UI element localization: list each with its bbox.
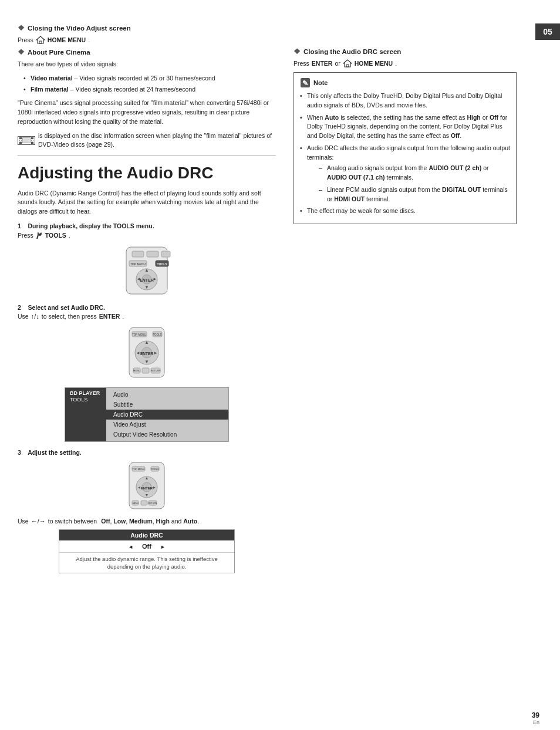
- film-icon-note: is displayed on the disc information scr…: [18, 131, 276, 150]
- bd-menu-item-subtitle: Subtitle: [106, 400, 228, 410]
- pure-cinema-body: "Pure Cinema" uses signal processing sui…: [18, 99, 276, 126]
- bd-player-menu: BD PLAYER TOOLS Audio Subtitle Audio DRC…: [65, 387, 229, 442]
- drc-box-description: Adjust the audio dynamic range. This set…: [59, 553, 234, 573]
- diamond-icon-3: ❖: [294, 47, 301, 56]
- home-icon: [36, 36, 45, 44]
- bd-menu-item-outputvideo: Output Video Resolution: [106, 430, 228, 440]
- video-signals-list: Video material – Video signals recorded …: [23, 74, 276, 94]
- divider: [18, 156, 276, 156]
- svg-text:TOP MENU: TOP MENU: [132, 333, 146, 336]
- remote-image-1-container: TOP MENU TOOLS ENTER ▲ ▼ ◄ ►: [18, 244, 276, 297]
- drc-arrow-left[interactable]: [128, 543, 133, 550]
- bd-menu-item-videoadjust: Video Adjust: [106, 420, 228, 430]
- closing-video-section: ❖ Closing the Video Adjust screen Press …: [18, 23, 276, 44]
- svg-text:◄: ◄: [137, 485, 141, 489]
- bd-menu-right-panel: Audio Subtitle Audio DRC Video Adjust Ou…: [106, 388, 228, 441]
- remote-image-3-container: TOP MENU TOOLS ENTER ▲ ▼ ◄ ► MENU: [18, 461, 276, 511]
- about-pure-cinema-section: ❖ About Pure Cinema There are two types …: [18, 48, 276, 150]
- note-sub-item-2: Linear PCM audio signals output from the…: [319, 185, 510, 204]
- svg-text:ENTER: ENTER: [140, 352, 153, 356]
- step-1: 1 During playback, display the TOOLS men…: [18, 222, 276, 297]
- bd-menu-item-audiodrc: Audio DRC: [106, 410, 228, 420]
- note-item-4: The effect may be weak for some discs.: [300, 207, 510, 216]
- closing-video-instruction: Press HOME MENU .: [18, 36, 276, 44]
- svg-text:✎: ✎: [302, 79, 308, 87]
- svg-text:▲: ▲: [144, 340, 149, 345]
- home-icon-2: [343, 59, 352, 67]
- svg-text:TOP MENU: TOP MENU: [133, 468, 145, 471]
- svg-text:ENTER: ENTER: [140, 278, 154, 282]
- svg-text:RETURN: RETURN: [151, 369, 161, 372]
- svg-rect-48: [141, 501, 147, 505]
- note-sub-list: Analog audio signals output from the AUD…: [319, 164, 510, 204]
- main-title: Adjusting the Audio DRC: [18, 163, 276, 183]
- drc-arrow-right[interactable]: [160, 543, 166, 550]
- step-2-desc: Use ↑/↓ to select, then press ENTER .: [18, 313, 276, 320]
- note-title: ✎ Note: [300, 77, 510, 88]
- remote-image-2-container: TOP MENU TOOLS ENTER ▲ ▼ ◄ ► MENU: [18, 325, 276, 380]
- svg-text:TOOLS: TOOLS: [157, 262, 167, 266]
- note-item-3: Audio DRC affects the audio signals outp…: [300, 144, 510, 204]
- step-1-label: 1 During playback, display the TOOLS men…: [18, 222, 276, 229]
- svg-text:▼: ▼: [145, 493, 149, 497]
- svg-text:▲: ▲: [144, 268, 149, 273]
- step-2-label: 2 Select and set Audio DRC.: [18, 304, 276, 311]
- svg-marker-51: [343, 60, 352, 67]
- svg-text:ENTER: ENTER: [141, 486, 153, 490]
- svg-text:MENU: MENU: [133, 502, 139, 505]
- bd-menu-left-panel: BD PLAYER TOOLS: [65, 388, 106, 441]
- remote-image-2: TOP MENU TOOLS ENTER ▲ ▼ ◄ ► MENU: [109, 325, 185, 380]
- film-strip-icon: [18, 136, 35, 145]
- step-1-press: Press TOOLS .: [18, 231, 276, 239]
- svg-rect-31: [142, 368, 149, 373]
- page-number: 39: [532, 711, 539, 719]
- note-list: This only affects the Dolby TrueHD, Dolb…: [300, 92, 510, 216]
- diamond-icon-2: ❖: [18, 48, 25, 56]
- svg-text:►: ►: [153, 485, 157, 489]
- note-item-1: This only affects the Dolby TrueHD, Dolb…: [300, 92, 510, 110]
- main-intro: Audio DRC (Dynamic Range Control) has th…: [18, 189, 276, 217]
- page-lang: En: [533, 719, 539, 725]
- svg-text:▼: ▼: [144, 285, 149, 290]
- drc-box-title: Audio DRC: [59, 530, 234, 540]
- note-sub-item-1: Analog audio signals output from the AUD…: [319, 164, 510, 182]
- svg-text:►: ►: [153, 276, 157, 282]
- left-column: ❖ Closing the Video Adjust screen Press …: [18, 23, 276, 580]
- svg-text:▼: ▼: [144, 359, 149, 364]
- drc-control-box: Audio DRC Off Adjust the audio dynamic r…: [59, 529, 235, 574]
- step-3: 3 Adjust the setting. TOP MENU TOOLS: [18, 449, 276, 574]
- svg-marker-0: [36, 36, 45, 43]
- right-column: 05 ❖ Closing the Audio DRC screen Press …: [294, 23, 517, 580]
- svg-text:TOOLS: TOOLS: [151, 468, 159, 471]
- chapter-badge: 05: [535, 23, 560, 40]
- about-pure-cinema-heading: ❖ About Pure Cinema: [18, 48, 276, 56]
- note-item-2: When Auto is selected, the setting has t…: [300, 113, 510, 141]
- step-3-label: 3 Adjust the setting.: [18, 449, 276, 456]
- list-item: Video material – Video signals recorded …: [23, 74, 276, 83]
- svg-text:▲: ▲: [145, 476, 149, 480]
- svg-text:◄: ◄: [136, 276, 141, 282]
- remote-image-3: TOP MENU TOOLS ENTER ▲ ▼ ◄ ► MENU: [114, 461, 179, 511]
- drc-box-value: Off: [59, 540, 234, 553]
- svg-rect-4: [147, 251, 158, 257]
- svg-text:◄: ◄: [136, 350, 140, 356]
- bd-menu-item-audio: Audio: [106, 390, 228, 400]
- note-box: ✎ Note This only affects the Dolby TrueH…: [294, 72, 517, 224]
- svg-text:TOOLS: TOOLS: [153, 333, 161, 336]
- closing-audio-section: ❖ Closing the Audio DRC screen Press ENT…: [294, 47, 517, 67]
- svg-text:MENU: MENU: [133, 369, 140, 372]
- step-2: 2 Select and set Audio DRC. Use ↑/↓ to s…: [18, 304, 276, 442]
- step-3-desc: Use ←/→ to switch between Off, Low, Medi…: [18, 518, 276, 525]
- tools-icon: [36, 231, 43, 239]
- closing-audio-instruction: Press ENTER or HOME MENU .: [294, 59, 517, 67]
- about-pure-cinema-intro: There are two types of video signals:: [18, 60, 276, 69]
- closing-audio-heading: ❖ Closing the Audio DRC screen: [294, 47, 517, 56]
- drc-current-value: Off: [142, 543, 151, 550]
- svg-rect-5: [161, 251, 170, 257]
- diamond-icon: ❖: [18, 23, 25, 32]
- remote-image-1: TOP MENU TOOLS ENTER ▲ ▼ ◄ ►: [109, 244, 185, 297]
- list-item: Film material – Video signals recorded a…: [23, 85, 276, 94]
- svg-text:TOP MENU: TOP MENU: [130, 262, 146, 266]
- note-icon: ✎: [300, 77, 311, 88]
- svg-text:RETURN: RETURN: [149, 502, 157, 505]
